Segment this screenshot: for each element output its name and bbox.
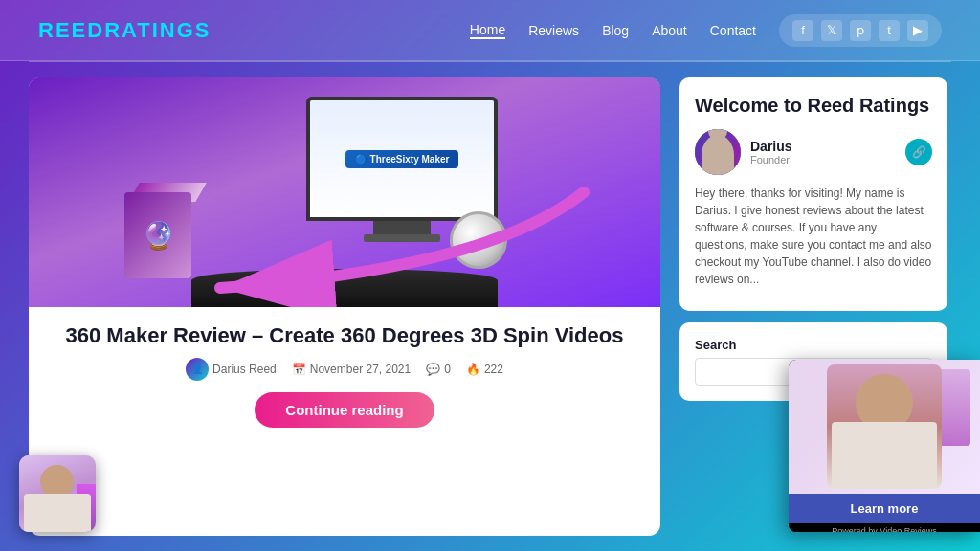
comment-icon: 💬 xyxy=(426,363,440,376)
monitor: 🔵 ThreeSixty Maker xyxy=(306,97,498,231)
person-silhouette xyxy=(702,135,734,175)
monitor-screen: 🔵 ThreeSixty Maker xyxy=(306,97,498,221)
logo-part2: Ratings xyxy=(104,18,211,42)
article-title: 360 Maker Review – Create 360 Degrees 3D… xyxy=(48,322,641,350)
author-name-meta: Darius Reed xyxy=(212,363,277,376)
author-avatar-icon: 👤 xyxy=(191,364,203,374)
header: ReedRatings Home Reviews Blog About Cont… xyxy=(0,0,980,61)
thumb-person-body xyxy=(24,494,91,532)
continue-reading-button[interactable]: Continue reading xyxy=(255,392,434,428)
sidebar-bio: Hey there, thanks for visiting! My name … xyxy=(695,185,932,288)
powered-by-text: Powered by Video Reviews xyxy=(789,523,980,532)
search-label: Search xyxy=(695,338,932,352)
calendar-icon: 📅 xyxy=(292,363,306,376)
nav-reviews[interactable]: Reviews xyxy=(528,23,579,38)
article-date: November 27, 2021 xyxy=(310,363,411,376)
monitor-base xyxy=(364,234,440,242)
tumblr-icon[interactable]: t xyxy=(879,20,900,41)
monitor-stand xyxy=(373,221,431,234)
learn-more-button[interactable]: Learn more xyxy=(789,494,980,523)
nav-home[interactable]: Home xyxy=(470,22,505,39)
meta-author: 👤 Darius Reed xyxy=(186,358,277,381)
sidebar-author-name: Darius xyxy=(750,139,896,154)
facebook-icon[interactable]: f xyxy=(792,20,813,41)
pinterest-icon[interactable]: 𝗉 xyxy=(850,20,871,41)
video-person xyxy=(827,364,942,489)
sidebar-author-avatar xyxy=(695,129,741,175)
main-article-card: 🔵 ThreeSixty Maker 🔮 xyxy=(29,77,660,536)
badge-text: ThreeSixty Maker xyxy=(370,154,450,165)
video-popup: Learn more Powered by Video Reviews xyxy=(789,360,980,532)
sidebar-welcome-card: Welcome to Reed Ratings Darius Founder 🔗… xyxy=(679,77,947,311)
article-body: 360 Maker Review – Create 360 Degrees 3D… xyxy=(29,307,660,536)
monitor-screen-inner: 🔵 ThreeSixty Maker xyxy=(310,100,494,217)
sidebar-author-info: Darius Founder xyxy=(750,139,896,165)
logo: ReedRatings xyxy=(38,18,212,43)
nav-blog[interactable]: Blog xyxy=(602,23,629,38)
author-link-button[interactable]: 🔗 xyxy=(905,139,932,165)
article-meta: 👤 Darius Reed 📅 November 27, 2021 💬 0 🔥 … xyxy=(48,358,641,381)
camera-sphere xyxy=(450,211,507,269)
sidebar-author-role: Founder xyxy=(750,154,896,165)
threesixty-badge: 🔵 ThreeSixty Maker xyxy=(345,150,459,168)
avatar-inner xyxy=(695,129,741,175)
meta-views: 🔥 222 xyxy=(466,363,503,376)
twitter-icon[interactable]: 𝕏 xyxy=(821,20,842,41)
article-comments: 0 xyxy=(444,363,451,376)
nav-contact[interactable]: Contact xyxy=(710,23,756,38)
product-box: 🔮 xyxy=(124,183,211,278)
social-icons: f 𝕏 𝗉 t ▶ xyxy=(779,14,942,47)
article-views: 222 xyxy=(484,363,503,376)
nav-about[interactable]: About xyxy=(652,23,687,38)
sidebar-welcome-title: Welcome to Reed Ratings xyxy=(695,93,932,118)
stage-base xyxy=(191,269,498,307)
sidebar-author-row: Darius Founder 🔗 xyxy=(695,129,932,175)
article-image: 🔵 ThreeSixty Maker 🔮 xyxy=(29,77,660,307)
badge-icon: 🔵 xyxy=(355,154,367,165)
bottom-left-thumbnail xyxy=(19,455,96,532)
meta-comments: 💬 0 xyxy=(426,363,451,376)
video-person-body xyxy=(832,422,937,489)
youtube-icon[interactable]: ▶ xyxy=(907,20,928,41)
box-face-front: 🔮 xyxy=(124,192,191,278)
fire-icon: 🔥 xyxy=(466,363,480,376)
meta-date: 📅 November 27, 2021 xyxy=(292,363,411,376)
person-head xyxy=(708,129,727,141)
logo-part1: Reed xyxy=(38,18,104,42)
author-avatar-small: 👤 xyxy=(186,358,209,381)
video-popup-inner xyxy=(789,360,980,494)
main-nav: Home Reviews Blog About Contact f 𝕏 𝗉 t … xyxy=(470,14,942,47)
product-scene: 🔵 ThreeSixty Maker 🔮 xyxy=(29,77,660,307)
thumb-inner xyxy=(19,455,96,532)
